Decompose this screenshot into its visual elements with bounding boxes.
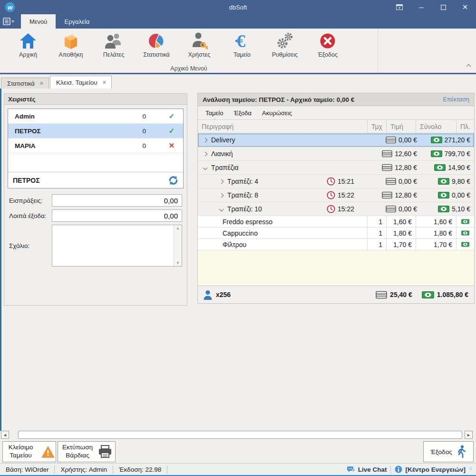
operator-row[interactable]: Admin0✓ [8, 109, 183, 124]
ribbon-item-Χρήστες[interactable]: Χρήστες [178, 29, 221, 62]
item-qty: 1 [367, 216, 386, 227]
operator-name: ΜΑΡΙΑ [15, 142, 132, 149]
receipts-input[interactable] [52, 194, 182, 207]
doc-tab-Κλεισ. Ταμείου[interactable]: Κλεισ. Ταμείου✕ [50, 76, 112, 89]
column-header-Πλ.[interactable]: Πλ. [456, 120, 474, 133]
cash-icon [456, 239, 474, 250]
column-header-Τιμή[interactable]: Τιμή [386, 120, 416, 133]
ribbon-item-Ταμείο[interactable]: €Ταμείο [221, 29, 263, 62]
menu-item-Έξοδα[interactable]: Έξοδα [229, 108, 256, 118]
column-header-Τμχ[interactable]: Τμχ [367, 120, 386, 133]
operator-row[interactable]: ΠΕΤΡΟΣ0✓ [8, 124, 183, 139]
expand-link[interactable]: Επέκταση [443, 96, 469, 103]
row-label: Τραπέζι: 4 [227, 178, 258, 185]
ribbon-item-Στατιστικά[interactable]: Στατιστικά [135, 29, 178, 62]
exit-button[interactable]: Έξοδος [423, 441, 474, 462]
expand-chevron-icon[interactable] [219, 179, 224, 184]
close-button[interactable]: ✕ [454, 0, 476, 14]
row-time: 15:21 [313, 177, 354, 186]
tab-close-icon[interactable]: ✕ [102, 79, 107, 86]
ribbon-collapse-chevron-icon[interactable] [467, 61, 470, 70]
doc-tab-Στατιστικά[interactable]: Στατιστικά✕ [1, 78, 49, 89]
card-icon [386, 178, 396, 185]
item-price: 1,70 € [386, 239, 416, 250]
app-logo-icon: w [5, 2, 15, 12]
analysis-title: Ανάλυση ταμείου: ΠΕΤΡΟΣ - Αρχικό ταμείο:… [203, 96, 443, 103]
info-icon [395, 466, 402, 473]
close-register-button[interactable]: Κλείσιμο Ταμείου [2, 441, 56, 462]
item-total: 1,70 € [416, 239, 456, 250]
table-row-sub[interactable]: Τραπέζι: 815:2212,80 €0,00 € [198, 188, 474, 202]
comment-textarea[interactable] [52, 225, 173, 266]
table-row-sub[interactable]: Τραπέζι: 1015:220,00 €5,10 € [198, 202, 474, 216]
scroll-right-arrow-icon[interactable]: ► [465, 431, 473, 439]
live-chat-label: Live Chat [358, 466, 387, 473]
ribbon-tab-bar: ΜενούΕργαλεία [0, 14, 476, 29]
tab-close-icon[interactable]: ✕ [39, 80, 44, 87]
card-total: 25,40 € [390, 291, 412, 298]
resize-grip[interactable]: ⠿ [469, 466, 475, 472]
table-row-item[interactable]: Cappuccino11,80 €1,80 € [198, 228, 474, 239]
expand-chevron-icon[interactable] [203, 138, 208, 142]
ribbon-item-label: Στατιστικά [143, 51, 170, 58]
row-cash-amount: 271,20 € [417, 136, 470, 144]
table-row-group[interactable]: Λιανική12,60 €799,70 € [198, 147, 474, 161]
table-row-sub[interactable]: Τραπέζι: 415:210,00 €9,80 € [198, 175, 474, 188]
check-icon: ✓ [167, 112, 176, 120]
clock-icon [327, 205, 335, 213]
ribbon-group-caption: Αρχικό Μενού [0, 65, 378, 72]
scroll-left-arrow-icon[interactable]: ◄ [1, 431, 9, 439]
ribbon-item-Αρχική[interactable]: Αρχική [7, 29, 49, 62]
row-label: Τραπέζι: 10 [227, 205, 262, 213]
expand-chevron-icon[interactable] [203, 151, 208, 156]
expand-chevron-icon[interactable] [203, 165, 208, 170]
guest-count: x256 [216, 291, 231, 298]
ribbon-item-Αποθήκη[interactable]: Αποθήκη [49, 29, 92, 62]
ribbon-item-label: Ταμείο [233, 51, 251, 58]
table-footer: x256 25,40 € 1.085,80 € [198, 286, 474, 303]
table-row-group[interactable]: Τραπέζια12,80 €14,90 € [198, 161, 474, 175]
column-header-Περιγραφή[interactable]: Περιγραφή [198, 120, 367, 133]
print-shift-button[interactable]: Εκτύπωση Βάρδιας [58, 441, 116, 462]
app-menu-button[interactable] [0, 14, 17, 29]
expand-chevron-icon[interactable] [219, 207, 224, 211]
cash-icon [422, 291, 434, 298]
scrollbar-thumb[interactable] [18, 431, 462, 439]
row-time: 15:22 [313, 205, 354, 213]
comment-scrollbar[interactable]: ▲▼ [174, 225, 182, 266]
ribbon-tab-Μενού[interactable]: Μενού [21, 14, 56, 29]
maximize-button[interactable] [432, 0, 454, 14]
statusbar-version: Έκδοση: 22.98 [113, 466, 167, 474]
other-expenses-input[interactable] [52, 209, 182, 222]
operator-count: 0 [132, 128, 146, 135]
ribbon-item-Έξοδος[interactable]: Έξοδος [306, 29, 349, 62]
menu-item-Ακυρώσεις[interactable]: Ακυρώσεις [257, 108, 297, 118]
expand-chevron-icon[interactable] [219, 193, 224, 198]
column-header-Σύνολο[interactable]: Σύνολο [416, 120, 456, 133]
item-description: Freddo espresso [198, 216, 367, 227]
row-card-amount: 12,80 € [354, 164, 417, 171]
table-row-item[interactable]: Φίλτρου11,70 €1,70 € [198, 239, 474, 250]
live-chat-button[interactable]: Live Chat [343, 466, 391, 474]
operators-panel: Χειριστές Admin0✓ΠΕΤΡΟΣ0✓ΜΑΡΙΑ0✕ΠΕΤΡΟΣ Ε… [4, 93, 187, 306]
close-register-label: Κλείσιμο Ταμείου [4, 444, 38, 460]
euro-icon: € [233, 31, 252, 50]
card-icon [382, 150, 392, 158]
table-row-group[interactable]: Delivery0,00 €271,20 € [198, 133, 474, 147]
clock-icon [327, 191, 335, 199]
minimize-button[interactable]: ─ [410, 0, 432, 14]
ribbon-item-label: Πελάτες [103, 51, 124, 58]
item-total: 1,80 € [416, 228, 456, 238]
card-value: 12,80 € [395, 191, 417, 199]
ribbon-tab-Εργαλεία[interactable]: Εργαλεία [56, 14, 98, 29]
ribbon-toggle-icon[interactable] [389, 0, 410, 14]
item-price: 1,60 € [386, 216, 416, 227]
action-center-button[interactable]: [Κέντρο Ενεργειών] [390, 466, 469, 474]
table-row-item[interactable]: Freddo espresso11,60 €1,60 € [198, 216, 474, 228]
card-value: 0,00 € [398, 205, 417, 213]
ribbon-item-Πελάτες[interactable]: Πελάτες [92, 29, 135, 62]
ribbon-item-Ρυθμίσεις[interactable]: Ρυθμίσεις [263, 29, 306, 62]
operator-row[interactable]: ΜΑΡΙΑ0✕ [8, 139, 183, 153]
refresh-icon[interactable] [167, 175, 179, 186]
menu-item-Ταμείο[interactable]: Ταμείο [201, 108, 228, 118]
